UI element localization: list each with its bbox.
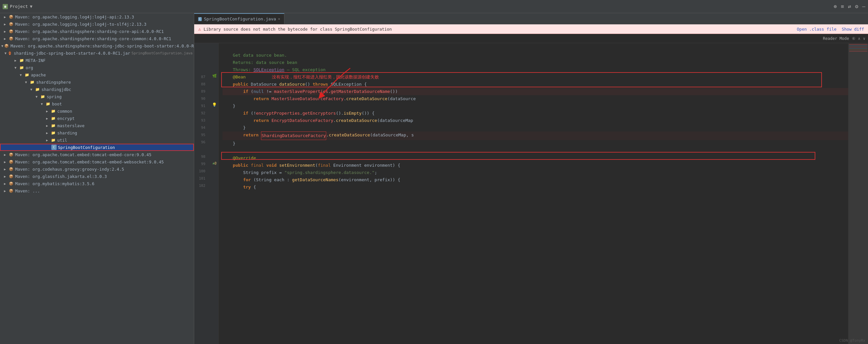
action-open-class[interactable]: Open .class file [797, 27, 836, 32]
editor-tab-springboot[interactable]: C SpringBootConfiguration.java × [194, 13, 284, 24]
caret-down[interactable]: ∨ [863, 36, 865, 41]
sidebar-item-common[interactable]: ▶ 📁 common [0, 108, 194, 115]
sidebar-item-jar[interactable]: ▼ 🏺 sharding-jdbc-spring-boot-starter-4.… [0, 50, 194, 57]
tree-arrow: ▶ [4, 175, 8, 178]
library-root-tag: SpringBootConfiguration.java [132, 51, 192, 55]
warning-actions: Open .class file Show diff [797, 27, 864, 32]
sidebar-item-label: Maven: org.mybatis:mybatis:3.5.6 [15, 181, 94, 186]
line-numbers: 87 88 89 90 91 92 93 94 95 96 98 99 100 … [194, 43, 211, 344]
caret-up[interactable]: ∧ [858, 36, 861, 41]
code-line-97 [222, 147, 848, 154]
folder-icon: 📁 [51, 130, 56, 136]
sidebar-item-maven9[interactable]: ▶ 📦 Maven: org.glassfish.jakarta.el:3.0.… [0, 173, 194, 180]
code-line-95: return ShardingDataSourceFactory.createD… [222, 132, 848, 140]
tree-arrow: ▶ [4, 22, 8, 26]
sidebar-item-label: Maven: org.apache.logging.log4j:log4j-to… [15, 22, 147, 27]
folder-icon: 📁 [35, 87, 40, 92]
sidebar-item-org[interactable]: ▼ 📁 org [0, 64, 194, 71]
tree-arrow: ▶ [4, 189, 8, 193]
tool-sort[interactable]: ⇄ [848, 3, 851, 9]
tree-arrow: ▼ [5, 51, 7, 55]
tool-settings[interactable]: ⚙ [855, 3, 859, 9]
tree-arrow: ▼ [20, 73, 24, 77]
folder-icon: 📁 [24, 72, 30, 78]
action-show-diff[interactable]: Show diff [842, 27, 864, 32]
code-line-80 [222, 45, 848, 52]
sidebar-item-encrypt[interactable]: ▶ 📁 encrypt [0, 115, 194, 122]
sidebar-item-maven2[interactable]: ▶ 📦 Maven: org.apache.logging.log4j:log4… [0, 21, 194, 28]
tree-arrow: ▶ [4, 182, 8, 185]
sidebar-item-maven6[interactable]: ▶ 📦 Maven: org.apache.tomcat.embed:tomca… [0, 151, 194, 158]
tree-arrow: ▶ [14, 59, 19, 62]
tool-minimize[interactable]: — [862, 3, 865, 9]
sidebar-item-maven5[interactable]: ▼ 📦 Maven: org.apache.shardingsphere:sha… [0, 42, 194, 50]
code-editor: 87 88 89 90 91 92 93 94 95 96 98 99 100 … [194, 43, 868, 344]
sidebar-item-label: common [57, 109, 72, 114]
editor-area: C SpringBootConfiguration.java × ⚠ Libra… [194, 13, 868, 344]
sidebar-item-label: org [26, 65, 33, 70]
code-line-100: String prefix = "spring.shardingsphere.d… [222, 169, 848, 176]
maven-icon: 📦 [8, 159, 14, 165]
sidebar-item-util[interactable]: ▶ 📁 util [0, 136, 194, 144]
tree-arrow: ▼ [36, 95, 39, 98]
code-line-99: public final void setEnvironment(final E… [222, 162, 848, 169]
code-content[interactable]: Get data source bean. Returns: data sour… [219, 43, 848, 344]
folder-icon: 📁 [30, 79, 35, 85]
tree-arrow: ▶ [46, 117, 50, 120]
tree-arrow: ▶ [4, 160, 8, 164]
sidebar-item-label: util [57, 138, 67, 143]
folder-icon: 📁 [51, 137, 56, 143]
project-sidebar: ▶ 📦 Maven: org.apache.logging.log4j:log4… [0, 13, 194, 344]
sidebar-item-label: encrypt [57, 116, 75, 121]
sidebar-item-label: Maven: org.apache.shardingsphere:shardin… [10, 44, 194, 49]
tab-label: SpringBootConfiguration.java [204, 17, 276, 22]
sidebar-item-label: Maven: org.apache.tomcat.embed:tomcat-em… [15, 160, 164, 165]
tree-arrow: ▼ [25, 80, 29, 84]
sidebar-item-maven8[interactable]: ▶ 📦 Maven: org.codehaus.groovy:groovy-in… [0, 165, 194, 173]
sidebar-item-shardingjdbc[interactable]: ▼ 📁 shardingjdbc [0, 86, 194, 93]
sidebar-item-label: SpringBootConfiguration [58, 145, 115, 150]
maven-icon: 📦 [8, 166, 14, 172]
tree-arrow: ▶ [46, 138, 50, 142]
sidebar-item-maven7[interactable]: ▶ 📦 Maven: org.apache.tomcat.embed:tomca… [0, 158, 194, 165]
tab-close-button[interactable]: × [278, 17, 280, 21]
tree-arrow: ▶ [46, 124, 50, 127]
warning-text: Library source does not match the byteco… [204, 27, 392, 32]
project-dropdown[interactable]: ▼ [30, 4, 33, 9]
code-line-91: } [222, 103, 848, 110]
sidebar-item-label: apache [31, 73, 46, 78]
maven-icon: 📦 [8, 29, 14, 34]
tool-target[interactable]: ⊕ [834, 3, 837, 9]
tree-arrow: ▼ [14, 66, 19, 69]
maven-icon: 📦 [8, 181, 14, 186]
sidebar-item-spring[interactable]: ▼ 📁 spring [0, 93, 194, 100]
sidebar-item-maven3[interactable]: ▶ 📦 Maven: org.apache.shardingsphere:sha… [0, 28, 194, 35]
gutter-warning-icon: 💡 [211, 101, 218, 108]
sidebar-item-label: sharding [57, 131, 77, 136]
sidebar-item-boot[interactable]: ▼ 📁 boot [0, 100, 194, 108]
tool-align[interactable]: ≡ [841, 3, 844, 9]
sidebar-item-maven4[interactable]: ▶ 📦 Maven: org.apache.shardingsphere:sha… [0, 35, 194, 42]
sidebar-item-label: Maven: org.apache.tomcat.embed:tomcat-em… [15, 152, 151, 157]
sidebar-item-label: shardingjdbc [41, 87, 71, 92]
tree-arrow: ▶ [46, 131, 50, 135]
sidebar-item-shardingsphere[interactable]: ▼ 📁 shardingsphere [0, 79, 194, 86]
sidebar-item-apache[interactable]: ▼ 📁 apache [0, 71, 194, 79]
code-line-doc1: Get data source bean. [222, 52, 848, 59]
folder-icon: 📁 [40, 94, 45, 99]
main-layout: ▶ 📦 Maven: org.apache.logging.log4j:log4… [0, 13, 868, 344]
reader-mode-label[interactable]: Reader Mode [823, 36, 849, 41]
sidebar-item-maven11[interactable]: ▶ 📦 Maven: ... [0, 187, 194, 194]
folder-icon: 📁 [19, 65, 24, 70]
sidebar-item-sharding[interactable]: ▶ 📁 sharding [0, 129, 194, 136]
sidebar-item-meta-inf[interactable]: ▶ 📁 META-INF [0, 57, 194, 64]
project-label: Project [10, 4, 28, 9]
sidebar-item-springbootcfg[interactable]: ▶ C SpringBootConfiguration [0, 144, 194, 151]
sidebar-item-maven10[interactable]: ▶ 📦 Maven: org.mybatis:mybatis:3.5.6 [0, 180, 194, 187]
maven-icon: 📦 [8, 152, 14, 157]
maven-icon: 📦 [8, 14, 14, 20]
maven-icon: 📦 [4, 43, 9, 49]
sidebar-item-maven1[interactable]: ▶ 📦 Maven: org.apache.logging.log4j:log4… [0, 13, 194, 21]
editor-scrollbar[interactable] [848, 43, 868, 344]
sidebar-item-masterslave[interactable]: ▶ 📁 masterslave [0, 122, 194, 129]
